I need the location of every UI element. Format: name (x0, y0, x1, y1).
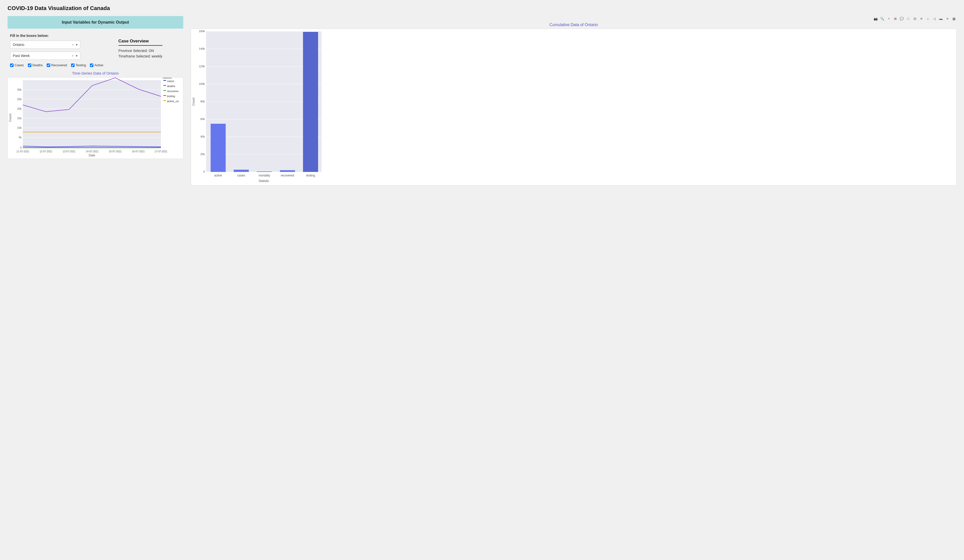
bar-cases (234, 170, 249, 172)
svg-text:testing: testing (167, 94, 175, 98)
home-icon[interactable]: ⌂ (925, 16, 930, 21)
case-overview-title: Case Overview (119, 39, 163, 46)
svg-text:Statistic: Statistic (163, 78, 172, 79)
bubble-icon[interactable]: 💬 (899, 16, 904, 21)
svg-text:60k: 60k (200, 117, 205, 120)
bar-mortality (257, 171, 272, 172)
checkbox-cases[interactable]: Cases (10, 63, 24, 67)
svg-text:11-07-2021: 11-07-2021 (16, 150, 29, 153)
svg-text:recovered: recovered (281, 174, 294, 177)
svg-rect-33 (163, 100, 166, 101)
timeframe-select-wrapper: Past Week × ▾ (10, 52, 103, 60)
svg-text:0: 0 (204, 170, 205, 173)
svg-text:Count: Count (192, 98, 195, 106)
cases-checkbox[interactable] (10, 63, 13, 67)
cumulative-chart-title: Cumulative Data of Ontario (191, 23, 956, 27)
time-series-chart-title: Time-Series Data of Ontario (8, 71, 183, 75)
province-select-wrapper: Ontario × ▾ (10, 41, 103, 49)
testing-checkbox[interactable] (71, 63, 75, 67)
svg-text:17-07-2021: 17-07-2021 (155, 150, 168, 153)
province-arrow-icon: ▾ (76, 43, 78, 47)
minus-icon[interactable]: ⊟ (912, 16, 917, 21)
svg-text:cases: cases (237, 174, 245, 177)
time-series-chart-area: 0 5k 10k 15k 20k 25k 30k Count 11-07-202… (8, 77, 183, 159)
svg-rect-25 (163, 80, 166, 81)
svg-text:140k: 140k (199, 47, 205, 50)
active-checkbox[interactable] (90, 63, 93, 67)
right-panel: 📷 🔍 ＋ ⊞ 💬 □ ⊟ ✕ ⌂ ◁ ▬ ≡ ▦ Cumulative Dat… (191, 16, 956, 186)
zoom-icon[interactable]: 🔍 (880, 16, 885, 21)
svg-text:30k: 30k (17, 88, 21, 91)
timeframe-select[interactable]: Past Week × ▾ (10, 52, 80, 60)
svg-text:0: 0 (20, 146, 21, 149)
checkboxes-row: Cases Deaths Recovered Testing (10, 63, 103, 67)
province-selected: Province Selected: ON (119, 49, 163, 53)
checkbox-active[interactable]: Active (90, 63, 103, 67)
grid-icon[interactable]: ⊞ (893, 16, 898, 21)
svg-text:12-07-2021: 12-07-2021 (39, 150, 52, 153)
svg-text:mortality: mortality (259, 174, 270, 177)
input-header: Input Variables for Dynamic Output (8, 16, 183, 29)
timeframe-selected: Timeframe Selected: weekly (119, 54, 163, 58)
x-icon[interactable]: ✕ (919, 16, 924, 21)
line-icon[interactable]: ▬ (938, 16, 943, 21)
case-overview-section: Case Overview Province Selected: ON Time… (116, 39, 165, 67)
svg-text:deaths: deaths (167, 85, 176, 88)
svg-text:Count: Count (8, 114, 12, 122)
recovered-checkbox[interactable] (47, 63, 50, 67)
svg-text:20k: 20k (17, 107, 21, 110)
svg-text:100k: 100k (199, 82, 205, 85)
chart-bar-icon[interactable]: ▦ (951, 16, 956, 21)
svg-text:25k: 25k (17, 98, 21, 101)
svg-rect-31 (163, 95, 166, 96)
svg-text:13-07-2021: 13-07-2021 (62, 150, 76, 153)
svg-text:16-07-2021: 16-07-2021 (132, 150, 145, 153)
svg-text:120k: 120k (199, 65, 205, 68)
bar-icon[interactable]: ≡ (945, 16, 950, 21)
bar-active (211, 124, 226, 172)
time-series-svg: 0 5k 10k 15k 20k 25k 30k Count 11-07-202… (8, 78, 179, 158)
bar-recovered (280, 170, 295, 172)
checkbox-recovered[interactable]: Recovered (47, 63, 67, 67)
svg-text:Date: Date (89, 154, 95, 157)
camera-icon[interactable]: 📷 (873, 16, 878, 21)
province-value: Ontario (13, 43, 24, 47)
deaths-checkbox[interactable] (28, 63, 31, 67)
page-title: COVID-19 Data Visualization of Canada (8, 5, 956, 11)
time-series-chart-container: Time-Series Data of Ontario (8, 71, 183, 159)
recovered-label: Recovered (51, 63, 67, 67)
svg-rect-0 (23, 80, 161, 148)
svg-text:Statistic: Statistic (259, 179, 269, 183)
svg-text:14-07-2021: 14-07-2021 (86, 150, 99, 153)
svg-text:cases: cases (167, 80, 174, 83)
svg-text:20k: 20k (200, 153, 205, 156)
form-label: Fill in the boxes below: (10, 34, 103, 37)
form-section: Fill in the boxes below: Ontario × ▾ (8, 34, 106, 67)
checkbox-deaths[interactable]: Deaths (28, 63, 43, 67)
timeframe-clear-btn[interactable]: × (72, 54, 74, 58)
back-icon[interactable]: ◁ (932, 16, 937, 21)
plus-icon[interactable]: ＋ (886, 16, 891, 21)
svg-text:active: active (214, 174, 222, 177)
chart-toolbar: 📷 🔍 ＋ ⊞ 💬 □ ⊟ ✕ ⌂ ◁ ▬ ≡ ▦ (191, 16, 956, 21)
svg-rect-27 (163, 85, 166, 86)
bar-testing (303, 32, 318, 172)
timeframe-value: Past Week (13, 54, 29, 58)
svg-text:40k: 40k (200, 135, 205, 138)
svg-text:10k: 10k (17, 126, 21, 129)
province-clear-btn[interactable]: × (72, 43, 74, 47)
svg-text:160k: 160k (199, 29, 205, 33)
checkbox-testing[interactable]: Testing (71, 63, 86, 67)
left-panel: Input Variables for Dynamic Output Fill … (8, 16, 183, 186)
svg-text:recovered: recovered (167, 90, 179, 93)
svg-text:testing: testing (306, 174, 315, 177)
active-label: Active (94, 63, 103, 67)
province-select[interactable]: Ontario × ▾ (10, 41, 80, 49)
svg-text:active_cases: active_cases (167, 100, 179, 103)
case-info: Province Selected: ON Timeframe Selected… (119, 49, 163, 58)
square-icon[interactable]: □ (906, 16, 911, 21)
cumulative-svg: 0 20k 40k 60k 80k 100k 120k 140k 160k Co… (191, 29, 327, 184)
deaths-label: Deaths (33, 63, 43, 67)
cumulative-chart-area: 0 20k 40k 60k 80k 100k 120k 140k 160k Co… (191, 29, 956, 186)
svg-text:80k: 80k (200, 100, 205, 103)
